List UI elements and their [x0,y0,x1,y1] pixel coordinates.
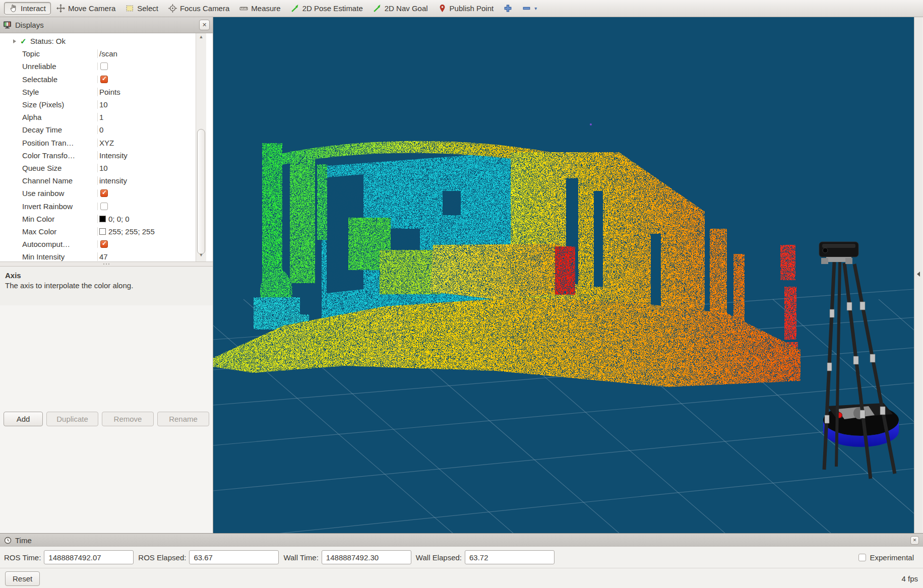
property-value: XYZ [99,139,114,147]
property-value: /scan [99,49,117,58]
experimental-label: Experimental [870,553,914,562]
right-panel-splitter[interactable] [914,17,922,533]
tool-publish-point[interactable]: Publish Point [434,3,499,14]
tool-move-camera[interactable]: Move Camera [52,3,120,14]
tool-interact[interactable]: Interact [4,2,51,15]
time-field-ros-time: ROS Time: [4,550,134,564]
property-value-cell [97,76,196,83]
property-label: Color Transfo… [22,151,75,160]
property-label: Style [22,88,39,96]
hand-icon [9,4,18,13]
tree-row-channel-name[interactable]: Channel Nameintensity [0,174,196,187]
property-label: Min Color [22,215,54,223]
property-value-cell: 1 [97,113,196,121]
tree-row-min-intensity[interactable]: Min Intensity47 [0,250,196,261]
move-icon [56,4,65,13]
select-icon [126,4,134,13]
property-description: Axis The axis to interpolate the color a… [0,267,213,305]
status-bar: Reset 4 fps [0,568,923,588]
tree-row-color-transfo[interactable]: Color Transfo…Intensity [0,149,196,162]
checkbox[interactable] [100,240,108,248]
tool-minus-button[interactable]: ▾ [518,3,541,14]
tool-focus-camera[interactable]: Focus Camera [164,3,234,14]
property-label: Topic [22,49,40,58]
tree-row-max-color[interactable]: Max Color255; 255; 255 [0,225,196,238]
time-panel: Time ✕ ROS Time:ROS Elapsed:Wall Time:Wa… [0,533,923,568]
property-label: Autocomput… [22,240,70,248]
tool-label: Measure [251,4,280,13]
displays-panel: Displays ✕ ✓Status: OkTopic/scanUnreliab… [0,17,213,533]
tree-scrollbar[interactable]: ▲ ▼ [196,33,206,262]
tool-label: 2D Nav Goal [385,4,428,13]
property-value: Points [99,88,120,96]
checkbox[interactable] [100,203,108,210]
property-label: Channel Name [22,176,73,185]
tree-row-min-color[interactable]: Min Color0; 0; 0 [0,213,196,225]
tree-row-invert-rainbow[interactable]: Invert Rainbow [0,200,196,212]
add-button[interactable]: Add [4,412,43,426]
tree-row-queue-size[interactable]: Queue Size10 [0,162,196,174]
clock-icon [4,537,12,544]
chevron-down-icon[interactable]: ▾ [534,6,537,11]
property-value-cell: XYZ [97,139,196,147]
property-value: 1 [99,113,103,121]
close-icon[interactable]: ✕ [199,20,210,30]
checkbox[interactable] [100,76,108,83]
checkbox[interactable] [100,62,108,70]
ros-time-input[interactable] [44,550,134,564]
ros-elapsed-input[interactable] [189,550,279,564]
wall-time-input[interactable] [322,550,411,564]
tree-row-decay-time[interactable]: Decay Time0 [0,123,196,136]
property-label: Invert Rainbow [22,202,73,211]
tree-row-autocomput[interactable]: Autocomput… [0,238,196,250]
tree-row-topic[interactable]: Topic/scan [0,47,196,60]
tree-row-alpha[interactable]: Alpha1 [0,111,196,123]
tree-row-use-rainbow[interactable]: Use rainbow [0,187,196,200]
viewport-3d[interactable] [213,17,914,533]
time-field-wall-time: Wall Time: [283,550,411,564]
tree-row-style[interactable]: StylePoints [0,86,196,98]
tool-label: 2D Pose Estimate [302,4,363,13]
property-label: Min Intensity [22,252,65,261]
tree-row-size-pixels[interactable]: Size (Pixels)10 [0,98,196,111]
property-label: Decay Time [22,125,62,134]
tool-label: Publish Point [450,4,494,13]
experimental-checkbox[interactable] [858,554,866,561]
field-label: ROS Time: [4,553,41,562]
tool-plus-button[interactable] [499,3,517,14]
scroll-up-icon[interactable]: ▲ [196,34,206,42]
tool-select[interactable]: Select [121,3,163,14]
rename-button: Rename [157,412,209,426]
robot-model [819,242,899,479]
tool-2d-pose-estimate[interactable]: 2D Pose Estimate [286,3,367,14]
property-label: Max Color [22,227,56,236]
close-icon[interactable]: ✕ [910,536,919,545]
property-label: Size (Pixels) [22,100,64,109]
toolbar: InteractMove CameraSelectFocus CameraMea… [0,0,923,17]
tool-2d-nav-goal[interactable]: 2D Nav Goal [368,3,433,14]
property-value-cell [97,240,196,248]
stray-point [590,123,592,125]
panel-splitter[interactable] [0,262,213,267]
status-ok-icon: ✓ [20,37,30,46]
tool-measure[interactable]: Measure [235,3,285,14]
tree-row-unreliable[interactable]: Unreliable [0,60,196,73]
tree-row-status-ok[interactable]: ✓Status: Ok [0,35,196,47]
wall-elapsed-input[interactable] [465,550,555,564]
time-fields: ROS Time:ROS Elapsed:Wall Time:Wall Elap… [0,547,923,568]
property-value: 0 [99,125,103,134]
property-label: Position Tran… [22,139,74,147]
tree-row-position-tran[interactable]: Position Tran…XYZ [0,137,196,149]
scroll-down-icon[interactable]: ▼ [196,252,206,260]
property-label: Alpha [22,113,41,121]
checkbox[interactable] [100,189,108,197]
collapse-left-icon[interactable] [917,272,920,277]
displays-panel-header: Displays ✕ [0,17,213,33]
scrollbar-thumb[interactable] [197,129,205,254]
property-value: 255; 255; 255 [108,227,155,236]
reset-button[interactable]: Reset [5,571,40,586]
expander-closed-icon[interactable] [13,39,16,43]
property-value-cell: intensity [97,176,196,185]
tree-row-selectable[interactable]: Selectable [0,73,196,86]
fps-counter: 4 fps [901,574,918,583]
